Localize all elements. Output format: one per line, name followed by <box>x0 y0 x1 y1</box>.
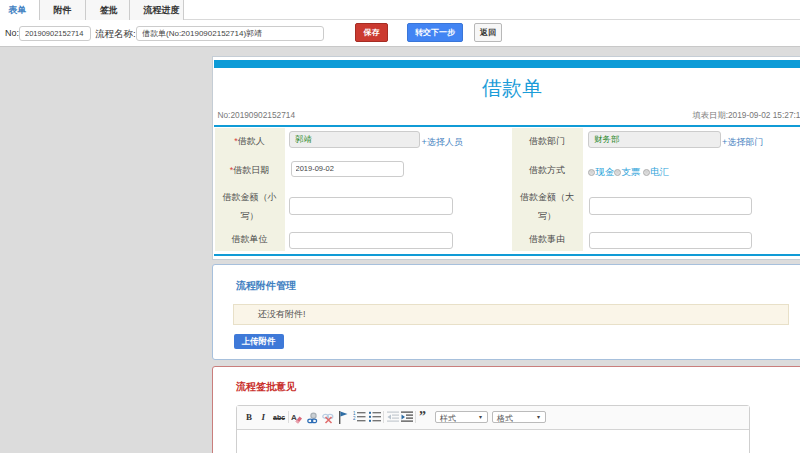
svg-text:A: A <box>291 413 297 422</box>
svg-text:2: 2 <box>353 416 356 421</box>
